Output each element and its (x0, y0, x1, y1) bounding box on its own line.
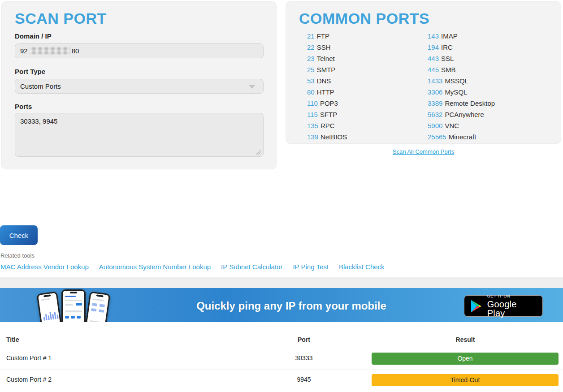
common-port-item[interactable]: 23Telnet (307, 53, 347, 64)
common-ports-left-column: 21FTP22SSH23Telnet25SMTP53DNS80HTTP110PO… (307, 30, 347, 142)
port-type-selected-value: Custom Ports (20, 82, 61, 90)
phone-mockup-center (61, 289, 86, 322)
results-header-port: Port (251, 336, 357, 343)
common-ports-title: COMMON PORTS (299, 10, 429, 27)
port-service-name: VNC (445, 122, 459, 129)
google-play-badge-text: GET IT ON Google Play (487, 294, 537, 318)
common-port-item[interactable]: 443SSL (428, 53, 495, 64)
banner-headline: Quickly ping any IP from your mobile (148, 300, 435, 312)
common-port-item[interactable]: 135RPC (307, 120, 347, 131)
common-port-item[interactable]: 3306MySQL (428, 86, 495, 98)
domain-ip-value-prefix: 92 (20, 47, 28, 55)
common-port-item[interactable]: 3389Remote Desktop (428, 98, 495, 109)
result-port-cell: 9945 (251, 376, 357, 383)
common-port-item[interactable]: 5632PCAnywhere (428, 109, 495, 120)
port-service-name: Remote Desktop (445, 99, 495, 107)
common-port-item[interactable]: 22SSH (307, 42, 347, 53)
port-number: 135 (307, 122, 318, 129)
port-number: 1433 (428, 77, 442, 85)
port-service-name: HTTP (317, 88, 334, 96)
result-status-badge[interactable]: Timed-Out (372, 374, 559, 386)
port-number: 443 (428, 55, 439, 62)
common-port-item[interactable]: 25565Minecraft (428, 131, 495, 142)
port-number: 194 (428, 43, 439, 51)
port-number: 23 (307, 55, 315, 62)
port-service-name: MySQL (445, 88, 467, 96)
port-service-name: IRC (441, 43, 453, 51)
common-port-item[interactable]: 143IMAP (428, 30, 495, 42)
scan-port-title: SCAN PORT (15, 10, 107, 27)
common-port-item[interactable]: 25SMTP (307, 64, 347, 75)
port-service-name: POP3 (320, 99, 338, 107)
port-number: 110 (307, 99, 318, 107)
port-service-name: IMAP (441, 32, 458, 40)
domain-ip-input[interactable]: 9280 (15, 43, 264, 58)
port-service-name: SMB (441, 66, 456, 73)
port-service-name: SSH (317, 43, 331, 51)
related-tool-link[interactable]: MAC Address Vendor Lookup (0, 263, 89, 271)
port-number: 143 (428, 32, 439, 40)
mobile-app-preview (38, 288, 110, 322)
port-service-name: FTP (317, 32, 329, 40)
common-port-item[interactable]: 110POP3 (307, 98, 347, 109)
result-status-badge[interactable]: Open (372, 353, 559, 365)
related-tool-link[interactable]: Blacklist Check (339, 263, 385, 271)
results-rows: Custom Port # 130333OpenCustom Port # 29… (0, 349, 563, 392)
ports-textarea[interactable]: 30333, 9945 (15, 113, 264, 157)
port-number: 80 (307, 88, 315, 96)
result-title-cell: Custom Port # 1 (6, 354, 52, 362)
promo-banner: Quickly ping any IP from your mobile GET… (0, 288, 563, 322)
scan-all-common-ports-link[interactable]: Scan All Common Ports (286, 148, 561, 155)
common-port-item[interactable]: 139NetBIOS (307, 131, 347, 142)
common-port-item[interactable]: 1433MSSQL (428, 75, 495, 86)
port-number: 22 (307, 43, 315, 51)
related-tool-link[interactable]: IP Subnet Calculator (221, 263, 282, 271)
common-port-item[interactable]: 194IRC (428, 42, 495, 53)
port-type-label: Port Type (15, 68, 45, 75)
phone-mockup-right (85, 291, 111, 322)
result-title-cell: Custom Port # 2 (6, 376, 52, 383)
port-service-name: SFTP (320, 111, 337, 118)
port-type-select[interactable]: Custom Ports (15, 79, 264, 94)
get-it-on-text: GET IT ON (487, 294, 537, 298)
common-port-item[interactable]: 5900VNC (428, 120, 495, 131)
port-service-name: RPC (320, 122, 335, 129)
results-header-title: Title (6, 336, 19, 343)
domain-ip-value-suffix: 80 (72, 47, 79, 55)
port-number: 445 (428, 66, 439, 73)
google-play-badge[interactable]: GET IT ON Google Play (464, 295, 543, 317)
check-button[interactable]: Check (0, 225, 38, 245)
separator-strip (0, 277, 563, 288)
google-play-text: Google Play (487, 300, 537, 318)
redacted-ip-blur (29, 47, 70, 54)
port-number: 53 (307, 77, 315, 85)
port-number: 3306 (428, 88, 442, 96)
related-tool-link[interactable]: IP Ping Test (293, 263, 329, 271)
resize-handle-icon[interactable] (256, 149, 261, 155)
common-ports-panel: COMMON PORTS 21FTP22SSH23Telnet25SMTP53D… (286, 1, 561, 144)
port-number: 21 (307, 32, 315, 40)
results-header-result: Result (368, 336, 563, 343)
port-number: 115 (307, 111, 318, 118)
related-tools-label: Related tools (0, 252, 35, 259)
scan-port-panel: SCAN PORT Domain / IP 9280 Port Type Cus… (1, 1, 277, 169)
port-service-name: SSL (441, 55, 454, 62)
chevron-down-icon (249, 85, 255, 89)
port-number: 139 (307, 133, 318, 141)
common-port-item[interactable]: 21FTP (307, 30, 347, 42)
phone-mockup-left (37, 291, 62, 322)
google-play-icon (470, 299, 482, 313)
related-tool-link[interactable]: Autonomous System Number Lookup (99, 263, 211, 271)
port-number: 5632 (428, 111, 442, 118)
ports-label: Ports (15, 103, 32, 110)
common-port-item[interactable]: 115SFTP (307, 109, 347, 120)
common-port-item[interactable]: 445SMB (428, 64, 495, 75)
port-service-name: SMTP (317, 66, 336, 73)
port-service-name: MSSQL (445, 77, 468, 85)
table-row: Custom Port # 130333Open (0, 349, 563, 370)
port-service-name: DNS (317, 77, 331, 85)
common-port-item[interactable]: 80HTTP (307, 86, 347, 98)
common-port-item[interactable]: 53DNS (307, 75, 347, 86)
result-port-cell: 30333 (251, 354, 357, 362)
port-number: 25 (307, 66, 315, 73)
